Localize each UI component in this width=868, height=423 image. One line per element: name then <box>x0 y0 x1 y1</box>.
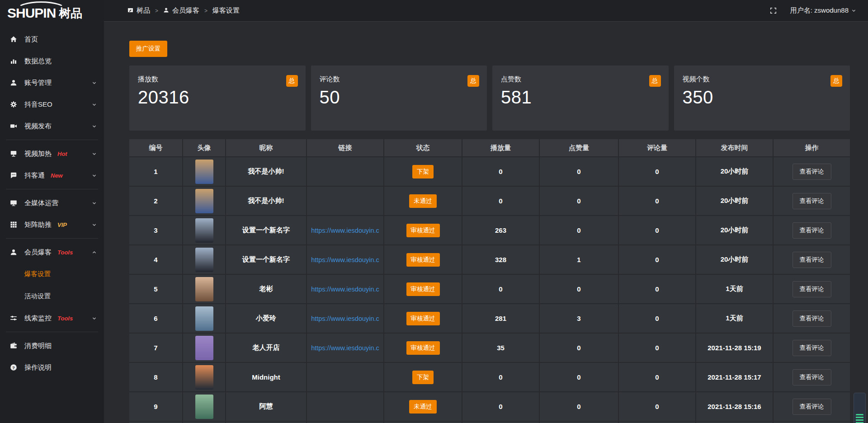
cell-action: 查看评论 <box>774 187 850 216</box>
sidebar-item-all-media[interactable]: 全媒体运营 <box>0 192 104 214</box>
stat-card-videos: 视频个数 总 350 <box>674 66 850 131</box>
cell-likes: 1 <box>540 245 619 275</box>
sidebar-item-label: 操作说明 <box>24 363 52 372</box>
cell-nickname: Midnight <box>226 363 307 392</box>
breadcrumb-label: 爆客设置 <box>212 6 240 15</box>
breadcrumb-item-app[interactable]: 树品 <box>127 6 150 15</box>
cell-plays: 281 <box>462 304 540 334</box>
sidebar-item-home[interactable]: 首页 <box>0 28 104 50</box>
sidebar-item-label: 抖音SEO <box>24 100 52 109</box>
chevron-up-icon <box>92 250 97 255</box>
column-header: 点赞量 <box>540 139 619 157</box>
sidebar-item-consume-detail[interactable]: 消费明细 <box>0 335 104 357</box>
breadcrumb-item-baoke-settings[interactable]: 爆客设置 <box>212 6 240 15</box>
view-comments-button[interactable]: 查看评论 <box>793 281 831 297</box>
view-comments-button[interactable]: 查看评论 <box>793 222 831 239</box>
sidebar-item-member-baoke[interactable]: 会员爆客Tools <box>0 241 104 263</box>
cell-time: 20小时前 <box>696 157 774 187</box>
sidebar-item-operation-guide[interactable]: ?操作说明 <box>0 357 104 378</box>
cell-nickname: 设置一个新名字 <box>226 216 307 245</box>
person-icon <box>163 7 169 14</box>
logo[interactable]: SHUPIN 树品 <box>0 0 104 26</box>
avatar <box>195 336 213 360</box>
cell-time: 2021-11-28 15:16 <box>696 392 774 422</box>
cell-comments: 0 <box>619 216 696 245</box>
sidebar-item-data-overview[interactable]: 数据总览 <box>0 50 104 72</box>
view-comments-button[interactable]: 查看评论 <box>793 310 831 327</box>
user-icon <box>10 79 18 86</box>
wallet-icon <box>10 342 18 349</box>
sidebar-item-label: 线索监控 <box>24 314 52 323</box>
sidebar: SHUPIN 树品 首页数据总览账号管理抖音SEO视频发布视频加热Hot抖客通N… <box>0 0 104 423</box>
sidebar-item-label: 数据总览 <box>24 57 52 66</box>
sidebar-item-clue-monitor[interactable]: 线索监控Tools <box>0 307 104 329</box>
cell-avatar <box>183 392 226 422</box>
cell-avatar <box>183 187 226 216</box>
video-link[interactable]: https://www.iesdouyin.c <box>307 286 383 293</box>
chat-icon <box>10 172 18 179</box>
avatar <box>195 248 213 272</box>
cell-action: 查看评论 <box>774 363 850 392</box>
cell-id: 9 <box>129 392 183 422</box>
view-comments-button[interactable]: 查看评论 <box>793 193 831 209</box>
sidebar-subitem-baoke-settings[interactable]: 爆客设置 <box>0 263 104 285</box>
sidebar-divider <box>6 189 98 189</box>
total-badge: 总 <box>830 75 842 87</box>
column-header: 发布时间 <box>696 139 774 157</box>
cell-nickname: 我不是小帅! <box>226 157 307 187</box>
question-icon: ? <box>10 364 18 371</box>
table-row: 8Midnight下架0002021-11-28 15:17查看评论 <box>129 363 850 392</box>
sidebar-nav: 首页数据总览账号管理抖音SEO视频发布视频加热Hot抖客通New全媒体运营矩阵助… <box>0 26 104 378</box>
column-header: 链接 <box>307 139 384 157</box>
cell-nickname: 老人开店 <box>226 334 307 363</box>
cell-action: 查看评论 <box>774 275 850 304</box>
cell-plays: 263 <box>462 216 540 245</box>
cell-likes: 0 <box>540 157 619 187</box>
view-comments-button[interactable]: 查看评论 <box>793 399 831 415</box>
breadcrumb: 树品>会员爆客>爆客设置 <box>127 6 240 15</box>
video-link[interactable]: https://www.iesdouyin.c <box>307 344 383 352</box>
view-comments-button[interactable]: 查看评论 <box>793 369 831 385</box>
cell-time: 20小时前 <box>696 216 774 245</box>
status-badge: 审核通过 <box>406 282 440 296</box>
table-row: 1我不是小帅!下架00020小时前查看评论 <box>129 157 850 187</box>
sidebar-item-matrix-boost[interactable]: 矩阵助推VIP <box>0 214 104 235</box>
cell-id: 2 <box>129 187 183 216</box>
cell-link <box>307 187 384 216</box>
video-link[interactable]: https://www.iesdouyin.c <box>307 227 383 234</box>
cell-avatar <box>183 275 226 304</box>
sidebar-item-douketong[interactable]: 抖客通New <box>0 164 104 186</box>
sidebar-item-douyin-seo[interactable]: 抖音SEO <box>0 94 104 115</box>
cell-nickname: 我不是小帅! <box>226 187 307 216</box>
cell-status: 下架 <box>384 363 462 392</box>
cell-nickname: 设置一个新名字 <box>226 245 307 275</box>
sidebar-item-video-heat[interactable]: 视频加热Hot <box>0 143 104 164</box>
cell-comments: 0 <box>619 187 696 216</box>
avatar <box>195 218 213 243</box>
cell-action: 查看评论 <box>774 334 850 363</box>
sidebar-item-account-manage[interactable]: 账号管理 <box>0 72 104 94</box>
video-link[interactable]: https://www.iesdouyin.c <box>307 256 383 263</box>
cell-likes: 0 <box>540 334 619 363</box>
sidebar-item-label: 矩阵助推 <box>24 221 52 229</box>
view-comments-button[interactable]: 查看评论 <box>793 340 831 356</box>
floating-widget[interactable] <box>854 393 866 423</box>
username-dropdown[interactable]: 用户名: zswodun88 <box>790 6 856 15</box>
cell-nickname: 阿慧 <box>226 392 307 422</box>
promo-settings-button[interactable]: 推广设置 <box>129 41 167 57</box>
cell-status: 未通过 <box>384 392 462 422</box>
breadcrumb-item-member-baoke[interactable]: 会员爆客 <box>163 6 199 15</box>
chevron-down-icon <box>92 124 97 129</box>
cell-status: 审核通过 <box>384 275 462 304</box>
stat-card-plays: 播放数 总 20316 <box>129 66 306 131</box>
view-comments-button[interactable]: 查看评论 <box>793 164 831 180</box>
cell-link: https://www.iesdouyin.c <box>307 216 384 245</box>
sidebar-subitem-activity-settings[interactable]: 活动设置 <box>0 285 104 307</box>
table-row: 9阿慧未通过0002021-11-28 15:16查看评论 <box>129 392 850 422</box>
fullscreen-icon[interactable] <box>770 7 777 14</box>
user-area: 用户名: zswodun88 <box>770 6 856 15</box>
sidebar-item-video-publish[interactable]: 视频发布 <box>0 115 104 137</box>
video-link[interactable]: https://www.iesdouyin.c <box>307 315 383 322</box>
avatar <box>195 395 213 419</box>
view-comments-button[interactable]: 查看评论 <box>793 252 831 268</box>
